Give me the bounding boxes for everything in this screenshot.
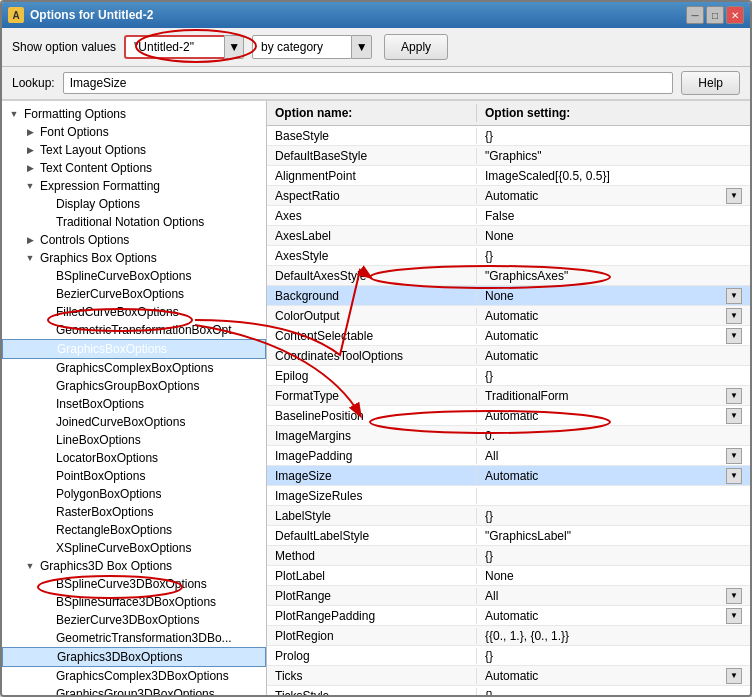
tree-item-rasterbox[interactable]: RasterBoxOptions [2, 503, 266, 521]
cell-dropdown-button[interactable]: ▼ [726, 448, 742, 464]
table-row[interactable]: TicksAutomatic▼ [267, 666, 750, 686]
tree-expander [38, 522, 54, 538]
tree-item-graphics-box-options[interactable]: ▼Graphics Box Options [2, 249, 266, 267]
tree-expander[interactable]: ▼ [6, 106, 22, 122]
apply-button[interactable]: Apply [384, 34, 448, 60]
table-row[interactable]: ImagePaddingAll▼ [267, 446, 750, 466]
document-dropdown[interactable]: "Untitled-2" ▼ [124, 35, 244, 59]
cell-option-name: BaseStyle [267, 128, 477, 144]
tree-expander[interactable]: ▼ [22, 558, 38, 574]
tree-item-rectanglebox[interactable]: RectangleBoxOptions [2, 521, 266, 539]
table-row[interactable]: BaselinePositionAutomatic▼ [267, 406, 750, 426]
tree-expander[interactable]: ▶ [22, 160, 38, 176]
tree-item-traditional-notation[interactable]: Traditional Notation Options [2, 213, 266, 231]
cell-dropdown-button[interactable]: ▼ [726, 188, 742, 204]
table-row[interactable]: AxesLabelNone [267, 226, 750, 246]
table-row[interactable]: PlotRangePaddingAutomatic▼ [267, 606, 750, 626]
tree-item-joinedcurve[interactable]: JoinedCurveBoxOptions [2, 413, 266, 431]
table-row[interactable]: AlignmentPointImageScaled[{0.5, 0.5}] [267, 166, 750, 186]
table-row[interactable]: LabelStyle{} [267, 506, 750, 526]
tree-item-graphicsgroup[interactable]: GraphicsGroupBoxOptions [2, 377, 266, 395]
maximize-button[interactable]: □ [706, 6, 724, 24]
tree-item-text-content-options[interactable]: ▶Text Content Options [2, 159, 266, 177]
tree-item-linebox[interactable]: LineBoxOptions [2, 431, 266, 449]
table-row[interactable]: AxesStyle{} [267, 246, 750, 266]
document-value[interactable]: "Untitled-2" [124, 35, 224, 59]
tree-item-graphics3d-box[interactable]: ▼Graphics3D Box Options [2, 557, 266, 575]
tree-item-graphics3dbox[interactable]: Graphics3DBoxOptions [2, 647, 266, 667]
table-row[interactable]: Method{} [267, 546, 750, 566]
table-row[interactable]: FormatTypeTraditionalForm▼ [267, 386, 750, 406]
table-row[interactable]: ImageSizeAutomatic▼ [267, 466, 750, 486]
tree-expander[interactable]: ▶ [22, 124, 38, 140]
table-row[interactable]: DefaultLabelStyle"GraphicsLabel" [267, 526, 750, 546]
tree-item-geometrictransformation[interactable]: GeometricTransformationBoxOpt [2, 321, 266, 339]
tree-item-insetbox[interactable]: InsetBoxOptions [2, 395, 266, 413]
setting-value: None [485, 289, 514, 303]
category-value[interactable]: by category [252, 35, 352, 59]
setting-value: Automatic [485, 349, 538, 363]
tree-item-bsplinecurve[interactable]: BSplineCurveBoxOptions [2, 267, 266, 285]
category-dropdown[interactable]: by category ▼ [252, 35, 372, 59]
tree-item-graphicsgroup3d[interactable]: GraphicsGroup3DBoxOptions [2, 685, 266, 695]
cell-dropdown-button[interactable]: ▼ [726, 328, 742, 344]
tree-item-beziercurve[interactable]: BezierCurveBoxOptions [2, 285, 266, 303]
lookup-input[interactable] [63, 72, 674, 94]
cell-dropdown-button[interactable]: ▼ [726, 468, 742, 484]
help-button[interactable]: Help [681, 71, 740, 95]
lookup-bar: Lookup: Help [2, 67, 750, 100]
tree-item-bsplinecurve3d[interactable]: BSplineCurve3DBoxOptions [2, 575, 266, 593]
tree-item-text-layout-options[interactable]: ▶Text Layout Options [2, 141, 266, 159]
table-row[interactable]: ContentSelectableAutomatic▼ [267, 326, 750, 346]
table-row[interactable]: ImageMargins0. [267, 426, 750, 446]
tree-expander[interactable]: ▼ [22, 250, 38, 266]
tree-item-font-options[interactable]: ▶Font Options [2, 123, 266, 141]
tree-item-display-options[interactable]: Display Options [2, 195, 266, 213]
tree-item-polygonbox[interactable]: PolygonBoxOptions [2, 485, 266, 503]
table-row[interactable]: Epilog{} [267, 366, 750, 386]
table-row[interactable]: AspectRatioAutomatic▼ [267, 186, 750, 206]
cell-dropdown-button[interactable]: ▼ [726, 588, 742, 604]
minimize-button[interactable]: ─ [686, 6, 704, 24]
cell-option-setting: None▼ [477, 287, 750, 305]
tree-item-graphicscomplex[interactable]: GraphicsComplexBoxOptions [2, 359, 266, 377]
table-row[interactable]: ColorOutputAutomatic▼ [267, 306, 750, 326]
cell-dropdown-button[interactable]: ▼ [726, 608, 742, 624]
tree-item-graphicscomplex3d[interactable]: GraphicsComplex3DBoxOptions [2, 667, 266, 685]
cell-dropdown-button[interactable]: ▼ [726, 668, 742, 684]
tree-item-graphicsbox[interactable]: GraphicsBoxOptions [2, 339, 266, 359]
table-row[interactable]: DefaultAxesStyle"GraphicsAxes" [267, 266, 750, 286]
tree-item-locatorbox[interactable]: LocatorBoxOptions [2, 449, 266, 467]
tree-expander[interactable]: ▼ [22, 178, 38, 194]
cell-dropdown-button[interactable]: ▼ [726, 308, 742, 324]
close-button[interactable]: ✕ [726, 6, 744, 24]
table-row[interactable]: ImageSizeRules [267, 486, 750, 506]
cell-dropdown-button[interactable]: ▼ [726, 288, 742, 304]
table-row[interactable]: PlotRegion{{0., 1.}, {0., 1.}} [267, 626, 750, 646]
table-row[interactable]: BackgroundNone▼ [267, 286, 750, 306]
table-row[interactable]: DefaultBaseStyle"Graphics" [267, 146, 750, 166]
tree-item-pointbox[interactable]: PointBoxOptions [2, 467, 266, 485]
tree-item-controls-options[interactable]: ▶Controls Options [2, 231, 266, 249]
table-row[interactable]: TicksStyle{} [267, 686, 750, 695]
table-row[interactable]: CoordinatesToolOptionsAutomatic [267, 346, 750, 366]
tree-item-xsplinebox[interactable]: XSplineCurveBoxOptions [2, 539, 266, 557]
table-row[interactable]: PlotRangeAll▼ [267, 586, 750, 606]
table-row[interactable]: AxesFalse [267, 206, 750, 226]
category-dropdown-arrow[interactable]: ▼ [352, 35, 372, 59]
cell-dropdown-button[interactable]: ▼ [726, 408, 742, 424]
tree-item-geometrictransformation3d[interactable]: GeometricTransformation3DBo... [2, 629, 266, 647]
tree-expander[interactable]: ▶ [22, 142, 38, 158]
table-row[interactable]: PlotLabelNone [267, 566, 750, 586]
tree-item-beziercurve3d[interactable]: BezierCurve3DBoxOptions [2, 611, 266, 629]
cell-dropdown-button[interactable]: ▼ [726, 388, 742, 404]
tree-item-filledcurve[interactable]: FilledCurveBoxOptions [2, 303, 266, 321]
table-row[interactable]: Prolog{} [267, 646, 750, 666]
document-dropdown-arrow[interactable]: ▼ [224, 35, 244, 59]
tree-expander[interactable]: ▶ [22, 232, 38, 248]
tree-item-expression-formatting[interactable]: ▼Expression Formatting [2, 177, 266, 195]
table-row[interactable]: BaseStyle{} [267, 126, 750, 146]
tree-expander [39, 649, 55, 665]
tree-item-bsplinesurface3d[interactable]: BSplineSurface3DBoxOptions [2, 593, 266, 611]
tree-item-formatting-options[interactable]: ▼Formatting Options [2, 105, 266, 123]
